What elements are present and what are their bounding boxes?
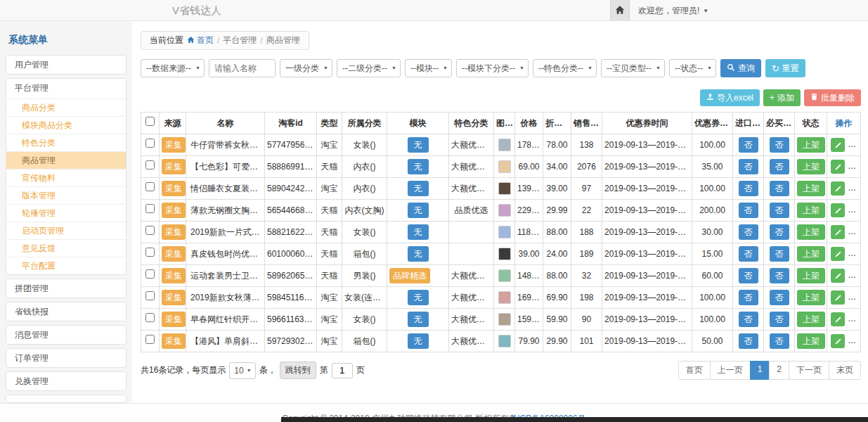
status-badge[interactable]: 上架 (797, 203, 825, 218)
reset-button[interactable]: ↻ 重置 (765, 59, 805, 77)
filter-select[interactable]: --状态-- (669, 59, 716, 77)
import-select-toggle[interactable]: 否 (739, 268, 758, 283)
filter-select[interactable]: --宝贝类型-- (601, 59, 665, 77)
filter-select[interactable]: 一级分类 (280, 59, 332, 77)
edit-button[interactable] (831, 203, 845, 217)
edit-button[interactable] (831, 138, 845, 152)
status-badge[interactable]: 上架 (797, 137, 825, 153)
table-row: 采集2019新款女秋薄款...598451162391淘宝女装(连衣裙)无大额优… (141, 287, 861, 309)
sidebar-subitem[interactable]: 商品管理 (6, 151, 126, 169)
pager-item[interactable]: 下一页 (789, 361, 829, 380)
sidebar-item[interactable]: 省钱快报 (6, 302, 127, 321)
import-select-toggle[interactable]: 否 (739, 203, 758, 218)
row-checkbox[interactable] (145, 248, 155, 257)
row-checkbox[interactable] (145, 269, 155, 279)
jump-button[interactable]: 跳转到 (280, 362, 316, 379)
filter-select[interactable]: --二级分类-- (337, 59, 401, 77)
row-checkbox[interactable] (145, 204, 155, 213)
import-select-toggle[interactable]: 否 (739, 159, 758, 174)
row-checkbox[interactable] (145, 291, 155, 300)
row-checkbox[interactable] (145, 335, 155, 344)
search-button[interactable]: 查询 (720, 59, 761, 77)
edit-button[interactable] (831, 312, 845, 326)
edit-button[interactable] (831, 247, 845, 261)
must-buy-toggle[interactable]: 否 (770, 333, 789, 349)
edit-button[interactable] (831, 290, 845, 305)
sidebar-subitem[interactable]: 意见反馈 (6, 239, 126, 257)
user-menu[interactable]: 欢迎您，管理员! ▼ (638, 5, 708, 17)
must-buy-toggle[interactable]: 否 (770, 224, 789, 240)
row-checkbox[interactable] (145, 226, 155, 235)
status-badge[interactable]: 上架 (797, 246, 825, 262)
must-buy-toggle[interactable]: 否 (770, 203, 789, 218)
select-all-checkbox[interactable] (145, 117, 155, 126)
filter-select[interactable]: --数据来源-- (141, 59, 205, 77)
actions-cell (827, 134, 861, 156)
row-checkbox[interactable] (145, 160, 155, 170)
add-button[interactable]: + 添加 (763, 89, 801, 106)
import-select-toggle[interactable]: 否 (739, 181, 758, 196)
pager-item[interactable]: 1 (750, 361, 770, 380)
row-checkbox[interactable] (145, 182, 155, 191)
edit-button[interactable] (831, 160, 845, 174)
sidebar-subitem[interactable]: 商品分类 (6, 98, 126, 116)
must-buy-toggle[interactable]: 否 (770, 159, 789, 174)
import-excel-button[interactable]: 导入excel (700, 89, 760, 106)
filter-select[interactable]: --模块下分类-- (456, 59, 529, 77)
batch-delete-button[interactable]: 批量删除 (804, 89, 861, 106)
per-page-select[interactable]: 10 (229, 362, 255, 379)
row-checkbox[interactable] (145, 313, 155, 322)
must-buy-toggle[interactable]: 否 (770, 312, 789, 327)
page-number-input[interactable] (332, 363, 353, 378)
sidebar-item-clipped[interactable] (6, 395, 127, 403)
must-buy-toggle[interactable]: 否 (770, 290, 789, 305)
import-select-toggle[interactable]: 否 (739, 246, 758, 262)
import-select-toggle[interactable]: 否 (739, 137, 758, 153)
status-badge[interactable]: 上架 (797, 181, 825, 196)
row-checkbox[interactable] (145, 139, 155, 148)
import-select-toggle[interactable]: 否 (739, 312, 758, 327)
must-buy-toggle[interactable]: 否 (770, 268, 789, 283)
sidebar-subitem[interactable]: 特色分类 (6, 134, 126, 151)
breadcrumb-home-link[interactable]: 首页 (187, 34, 214, 46)
sidebar-subitem[interactable]: 模块商品分类 (6, 116, 126, 134)
pager-item[interactable]: 上一页 (710, 361, 751, 380)
import-select-toggle[interactable]: 否 (739, 333, 758, 349)
sidebar-item[interactable]: 兑换管理 (6, 371, 127, 391)
sidebar-item[interactable]: 拼团管理 (6, 279, 127, 298)
edit-button[interactable] (831, 269, 845, 283)
status-badge[interactable]: 上架 (797, 224, 825, 240)
filter-select[interactable]: --特色分类-- (533, 59, 597, 77)
must-buy-toggle[interactable]: 否 (770, 246, 789, 262)
sidebar-item[interactable]: 用户管理 (6, 55, 127, 75)
status-badge[interactable]: 上架 (797, 312, 825, 327)
home-button[interactable] (610, 0, 630, 21)
import-select-toggle[interactable]: 否 (739, 290, 758, 305)
status-badge[interactable]: 上架 (797, 290, 825, 305)
status-badge[interactable]: 上架 (797, 333, 825, 349)
edit-button[interactable] (831, 334, 845, 348)
pager-item[interactable]: 末页 (829, 361, 861, 380)
sidebar-item[interactable]: 平台管理 (6, 79, 126, 98)
pager-item[interactable]: 2 (769, 361, 789, 380)
name-search-input[interactable] (209, 59, 276, 77)
sidebar-item[interactable]: 订单管理 (6, 348, 127, 368)
status-badge[interactable]: 上架 (797, 268, 825, 283)
filter-select[interactable]: --模块-- (405, 59, 452, 77)
sidebar-subitem[interactable]: 宣传物料 (6, 169, 126, 186)
source-badge: 采集 (162, 246, 186, 262)
product-type: 淘宝 (317, 287, 342, 309)
must-buy-toggle[interactable]: 否 (770, 181, 789, 196)
sidebar-subitem[interactable]: 启动页管理 (6, 222, 126, 239)
must-buy-toggle[interactable]: 否 (770, 137, 789, 153)
product-type: 淘宝 (317, 309, 342, 331)
import-select-toggle[interactable]: 否 (739, 224, 758, 240)
sidebar-subitem[interactable]: 平台配置 (6, 257, 126, 274)
sidebar-subitem[interactable]: 轮播管理 (6, 204, 126, 222)
sidebar-item[interactable]: 消息管理 (6, 325, 127, 345)
pager-item[interactable]: 首页 (678, 361, 711, 380)
edit-button[interactable] (831, 225, 845, 239)
edit-button[interactable] (831, 181, 845, 196)
status-badge[interactable]: 上架 (797, 159, 825, 174)
sidebar-subitem[interactable]: 版本管理 (6, 186, 126, 204)
